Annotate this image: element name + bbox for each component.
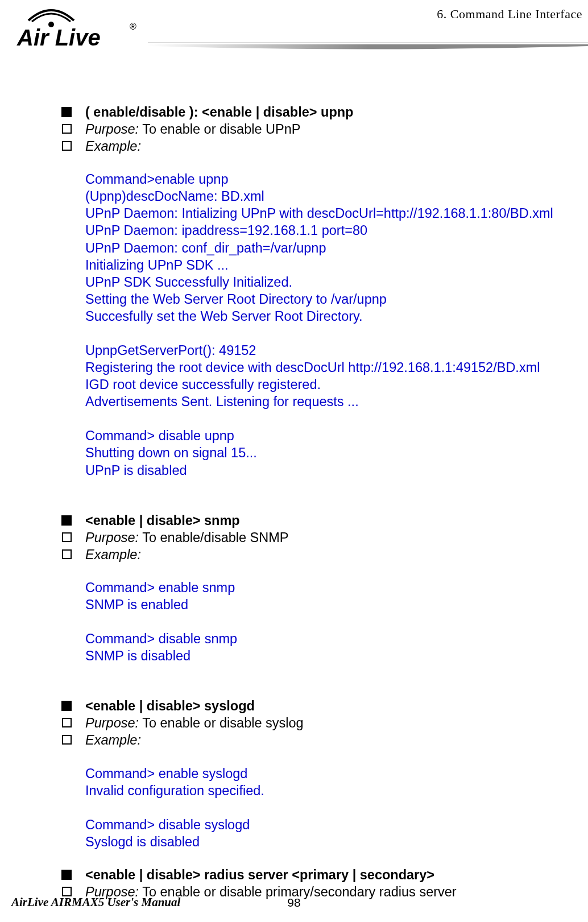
purpose-row: Purpose: To enable/disable SNMP	[61, 529, 571, 546]
example-row: Example:	[61, 546, 571, 563]
solid-square-bullet-icon	[61, 870, 72, 880]
footer-page-number: 98	[287, 896, 300, 909]
footer-manual-title: AirLive AIRMAX5 User's Manual	[11, 895, 180, 909]
page-header: Air Live ® 6. Command Line Interface	[0, 0, 588, 63]
solid-square-bullet-icon	[61, 107, 72, 117]
solid-square-bullet-icon	[61, 701, 72, 711]
example-label: Example:	[85, 731, 571, 749]
example-row: Example:	[61, 731, 571, 749]
logo-text: Air Live	[16, 25, 101, 50]
example-label: Example:	[85, 546, 571, 563]
hollow-square-bullet-icon	[62, 549, 72, 559]
command-title-row: ( enable/disable ): <enable | disable> u…	[61, 104, 571, 121]
hollow-square-bullet-icon	[62, 141, 72, 151]
example-output: Command> enable syslogd Invalid configur…	[85, 765, 571, 850]
command-title: ( enable/disable ): <enable | disable> u…	[85, 104, 571, 121]
command-title-row: <enable | disable> radius server <primar…	[61, 866, 571, 883]
chapter-label: 6. Command Line Interface	[437, 7, 582, 22]
purpose-label: Purpose:	[85, 122, 139, 137]
command-title-row: <enable | disable> snmp	[61, 512, 571, 529]
purpose-text: To enable or disable syslog	[139, 716, 304, 730]
header-divider	[148, 40, 588, 57]
brand-logo: Air Live ®	[11, 5, 148, 56]
command-title: <enable | disable> snmp	[85, 512, 571, 529]
hollow-square-bullet-icon	[62, 718, 72, 727]
purpose-row: Purpose: To enable or disable UPnP	[61, 121, 571, 138]
hollow-square-bullet-icon	[62, 735, 72, 745]
hollow-square-bullet-icon	[62, 124, 72, 134]
command-title: <enable | disable> syslogd	[85, 697, 571, 714]
hollow-square-bullet-icon	[62, 532, 72, 542]
svg-text:Air Live: Air Live	[16, 25, 101, 50]
example-output: Command>enable upnp (Upnp)descDocName: B…	[85, 171, 571, 478]
registered-mark: ®	[130, 22, 136, 31]
example-row: Example:	[61, 138, 571, 155]
purpose-text: To enable/disable SNMP	[139, 530, 288, 545]
purpose-row: Purpose: To enable or disable syslog	[61, 714, 571, 731]
example-output: Command> enable snmp SNMP is enabled Com…	[85, 579, 571, 664]
command-title: <enable | disable> radius server <primar…	[85, 866, 571, 883]
page-footer: AirLive AIRMAX5 User's Manual 98	[11, 895, 577, 909]
command-title-row: <enable | disable> syslogd	[61, 697, 571, 714]
purpose-label: Purpose:	[85, 530, 139, 545]
purpose-label: Purpose:	[85, 716, 139, 730]
page-content: ( enable/disable ): <enable | disable> u…	[61, 104, 571, 900]
solid-square-bullet-icon	[61, 515, 72, 526]
example-label: Example:	[85, 138, 571, 155]
purpose-text: To enable or disable UPnP	[139, 122, 300, 137]
